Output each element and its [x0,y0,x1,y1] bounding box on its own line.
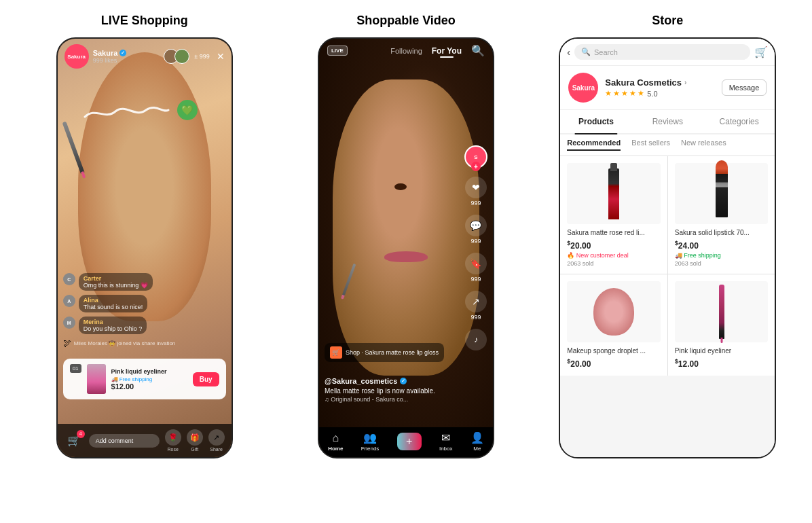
store-stars: ★ ★ ★ ★ ★ 5.0 [605,89,714,98]
star-2: ★ [613,89,620,98]
product-item-1[interactable]: Sakura matte rose red li... $20.00 🔥 New… [560,156,667,274]
search-button[interactable]: 🔍 [471,44,485,57]
tiktok-disc: ♪ [465,329,487,350]
share-button[interactable]: ↗ 999 [465,291,487,321]
inbox-label: Inbox [439,446,453,452]
star-3: ★ [621,89,628,98]
creator-avatar[interactable]: S + [464,145,487,168]
chat-text-2: That sound is so nice! [84,304,143,310]
sub-tabs: Recommended Best sellers New releases [560,134,775,156]
tiktok-icon: ♪ [465,329,487,350]
product-num: 01 [70,364,81,373]
sponge-image [593,288,634,336]
follower-avatar-2 [174,49,189,64]
store-cart-button[interactable]: 🛒 [754,46,768,58]
product-price-4: $12.00 [675,358,769,369]
join-text: Miles Morales 🤠 joined via share invatio… [74,340,176,346]
caption-sound: ♫ Original sound - Sakura co... [325,396,452,403]
product-item-2[interactable]: Sakura solid lipstick 70... $24.00 🚚 Fre… [668,156,775,274]
chat-avatar-1: C [63,273,75,285]
shop-icon: 🛒 [330,346,342,359]
nav-me[interactable]: 👤 Me [470,431,484,452]
back-button[interactable]: ‹ [567,47,570,58]
subtab-best-sellers[interactable]: Best sellers [631,139,670,151]
share-icon: ↗ [208,429,225,446]
live-product-card: 01 Pink liquid eyeliner 🚚 Free shipping … [63,359,226,399]
product-name-1: Sakura matte rose red li... [567,228,661,237]
product-item-3[interactable]: Makeup sponge droplet ... $20.00 [560,274,667,376]
like-button[interactable]: ❤ 999 [465,177,487,206]
bookmark-count: 999 [470,276,481,283]
comment-button[interactable]: 💬 999 [465,215,487,245]
verified-badge: ✓ [119,50,126,56]
product-name: Pink liquid eyeliner [111,368,187,375]
lip-applicator-tip [340,295,344,300]
bookmark-icon: 🔖 [465,253,487,274]
inbox-icon: ✉ [441,431,450,444]
tab-products[interactable]: Products [560,110,631,133]
search-bar[interactable]: 🔍 Search [574,44,750,60]
bottom-icons: 🌹 Rose 🎁 Gift ↗ Share [165,429,225,452]
nav-inbox[interactable]: ✉ Inbox [439,431,453,452]
friends-icon: 👥 [363,431,377,444]
store-header: ‹ 🔍 Search 🛒 [560,39,775,66]
product-item-4[interactable]: Pink liquid eyeliner $12.00 [668,274,775,376]
store-phone-frame: ‹ 🔍 Search 🛒 Sakura Sakura Cosmetics › [559,37,776,458]
nav-home[interactable]: ⌂ Home [328,432,343,452]
product-image-4 [675,281,769,342]
live-likes: 999 likes [93,57,164,64]
comment-count: 999 [470,238,481,245]
subtab-new-releases[interactable]: New releases [681,139,726,151]
share-label: Share [210,447,223,452]
nav-friends[interactable]: 👥 Friends [361,431,380,452]
gift-icon: 🎁 [187,429,203,446]
product-deal-1: 🔥 New customer deal [567,252,661,259]
store-content: ‹ 🔍 Search 🛒 Sakura Sakura Cosmetics › [560,39,775,457]
shoppable-nav: ⌂ Home 👥 Friends + ✉ Inbox [319,427,493,457]
chat-text-1: Omg this is stunning 💗 [84,282,148,289]
message-button[interactable]: Message [722,79,767,96]
comment-input[interactable]: Add comment [89,434,160,448]
join-message: 🕊 Miles Morales 🤠 joined via share invat… [63,338,226,348]
tab-reviews[interactable]: Reviews [632,110,703,133]
comment-icon: 💬 [465,215,487,236]
for-you-tab[interactable]: For You [432,46,462,56]
verified-badge-2: ✓ [400,378,407,384]
store-name: Sakura Cosmetics › [605,77,714,88]
live-bottom-bar: 🛒 4 Add comment 🌹 Rose 🎁 Gift [58,424,232,457]
buy-button[interactable]: Buy [193,372,219,386]
cart-button[interactable]: 🛒 4 [64,431,84,450]
chevron-icon: › [684,79,686,86]
product-image-1 [567,163,661,224]
search-placeholder: Search [594,48,618,56]
chat-area: C Carter Omg this is stunning 💗 A Alina … [63,273,226,352]
add-icon: + [397,433,422,450]
nav-add[interactable]: + [397,433,422,450]
subtab-recommended[interactable]: Recommended [567,139,621,151]
product-image-2 [675,163,769,224]
tab-categories[interactable]: Categories [703,110,775,133]
product-price: $12.00 [111,382,187,391]
share-icon-btn[interactable]: ↗ Share [208,429,225,452]
gift-icon-btn[interactable]: 🎁 Gift [187,429,203,452]
product-price-2: $24.00 [675,240,769,251]
shoppable-video-title: Shoppable Video [356,14,456,28]
brow-wave-svg [81,103,170,122]
product-name-4: Pink liquid eyeliner [675,346,769,355]
following-tab[interactable]: Following [390,47,422,55]
share-count: 999 [470,314,481,321]
rose-icon-btn[interactable]: 🌹 Rose [165,429,181,452]
bookmark-button[interactable]: 🔖 999 [465,253,487,283]
follower-count: ± 999 [194,53,209,60]
chat-bubble-1: Carter Omg this is stunning 💗 [79,273,153,291]
face-eye [394,183,407,190]
shop-banner[interactable]: 🛒 Shop · Sakura matte rose lip gloss [325,343,444,362]
eyeliner-image [719,285,724,339]
chat-message-3: M Merina Do you ship to Ohio ? [63,317,226,334]
chat-message-1: C Carter Omg this is stunning 💗 [63,273,226,291]
chat-text-3: Do you ship to Ohio ? [84,325,143,332]
caption-text: Mella matte rose lip is now available. [325,387,452,395]
follower-avatars [164,49,189,64]
rose-icon: 🌹 [165,429,181,446]
close-button[interactable]: ✕ [217,51,225,62]
